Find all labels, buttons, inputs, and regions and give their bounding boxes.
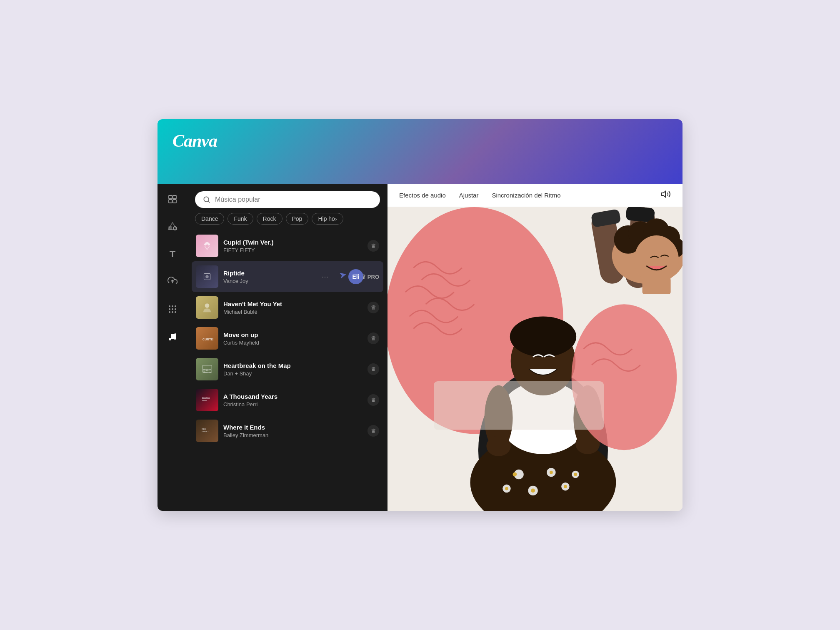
- sidebar-item-text[interactable]: [165, 246, 180, 262]
- svg-rect-4: [169, 227, 172, 230]
- genre-tag-hiphop[interactable]: Hip ho›: [312, 213, 343, 225]
- more-options-icon[interactable]: ⋯: [322, 273, 329, 281]
- music-panel: Dance Funk Rock Pop Hip ho› Cupid (Twin …: [188, 184, 388, 511]
- song-artist: Bailey Zimmerman: [223, 432, 362, 438]
- search-bar[interactable]: [195, 191, 380, 208]
- photo-svg: [388, 207, 682, 511]
- svg-marker-29: [662, 191, 665, 197]
- svg-rect-1: [173, 195, 176, 199]
- song-badge: ♛: [368, 363, 379, 375]
- list-item[interactable]: breakingdawn A Thousand Years Christina …: [192, 385, 383, 415]
- svg-point-63: [486, 436, 510, 456]
- song-info: A Thousand Years Christina Perri: [223, 393, 362, 408]
- toolbar-beat-sync[interactable]: Sincronización del Ritmo: [492, 190, 560, 200]
- sidebar-item-template[interactable]: [165, 191, 180, 207]
- song-badge: ♛: [368, 240, 379, 252]
- svg-rect-3: [173, 200, 176, 203]
- svg-point-17: [204, 197, 209, 202]
- song-artist: Curtis Mayfield: [223, 340, 362, 346]
- list-item[interactable]: Haven't Met You Yet Michael Bublé ♛: [192, 292, 383, 323]
- top-toolbar: Efectos de audio Ajustar Sincronización …: [388, 184, 682, 207]
- svg-point-19: [205, 275, 209, 278]
- song-title: Where It Ends: [223, 424, 362, 431]
- svg-rect-43: [642, 278, 671, 294]
- svg-text:Bigger: Bigger: [203, 368, 211, 371]
- song-info: Heartbreak on the Map Dan + Shay: [223, 362, 362, 377]
- photo-content: [388, 207, 682, 511]
- genre-tag-rock[interactable]: Rock: [257, 213, 282, 225]
- song-info: Where It Ends Bailey Zimmerman: [223, 424, 362, 438]
- toolbar-adjust[interactable]: Ajustar: [459, 190, 479, 200]
- crown-icon: ♛: [368, 332, 379, 344]
- svg-point-7: [172, 305, 173, 307]
- icon-sidebar: [158, 184, 188, 511]
- song-info: Cupid (Twin Ver.) FIFTY FIFTY: [223, 239, 362, 253]
- song-badge: ♛: [368, 332, 379, 344]
- sidebar-item-upload[interactable]: [165, 274, 180, 290]
- svg-point-49: [531, 489, 535, 493]
- svg-text:RELI: RELI: [202, 428, 206, 430]
- list-item[interactable]: Cupid (Twin Ver.) FIFTY FIFTY ♛: [192, 230, 383, 261]
- genre-tag-dance[interactable]: Dance: [195, 213, 224, 225]
- album-art: [196, 235, 218, 257]
- canva-logo: Canva: [172, 131, 217, 151]
- song-title: Move on up: [223, 331, 362, 338]
- header-bar: Canva: [158, 119, 682, 184]
- svg-text:dawn: dawn: [202, 400, 207, 402]
- svg-text:Houses: Houses: [203, 371, 211, 373]
- sidebar-item-music[interactable]: [165, 329, 180, 345]
- content-area: Efectos de audio Ajustar Sincronización …: [388, 184, 682, 511]
- svg-point-15: [169, 338, 171, 340]
- main-area: Dance Funk Rock Pop Hip ho› Cupid (Twin …: [158, 184, 682, 511]
- song-artist: Vance Joy: [223, 278, 349, 284]
- svg-point-11: [175, 308, 176, 310]
- svg-point-53: [564, 485, 567, 488]
- song-list: Cupid (Twin Ver.) FIFTY FIFTY ♛ Riptide …: [188, 230, 388, 511]
- album-art: breakingdawn: [196, 389, 218, 411]
- svg-point-13: [172, 311, 173, 313]
- song-badge: ♛: [368, 302, 379, 313]
- genre-tags: Dance Funk Rock Pop Hip ho›: [188, 213, 388, 230]
- genre-tag-funk[interactable]: Funk: [228, 213, 253, 225]
- svg-text:CURTIS: CURTIS: [202, 338, 213, 341]
- album-art: BiggerHouses: [196, 358, 218, 380]
- user-avatar: Eli: [348, 269, 363, 284]
- song-artist: Dan + Shay: [223, 370, 362, 377]
- list-item[interactable]: BiggerHouses Heartbreak on the Map Dan +…: [192, 354, 383, 385]
- song-title: Cupid (Twin Ver.): [223, 239, 362, 246]
- sidebar-item-elements[interactable]: [165, 219, 180, 235]
- album-art: RELIGIOUSLY: [196, 420, 218, 442]
- svg-rect-66: [434, 381, 604, 430]
- svg-point-10: [172, 308, 173, 310]
- browser-window: Canva: [158, 119, 682, 511]
- svg-text:GIOUSLY: GIOUSLY: [202, 431, 209, 432]
- search-input[interactable]: [215, 196, 372, 203]
- toolbar-audio-effects[interactable]: Efectos de audio: [399, 190, 446, 200]
- list-item[interactable]: Riptide Vance Joy ⋯ ➤ Eli ♛ PRO: [192, 261, 383, 292]
- song-badge: ♛: [368, 394, 379, 406]
- svg-point-42: [634, 235, 679, 284]
- crown-icon: ♛: [368, 425, 379, 437]
- svg-point-8: [175, 305, 176, 307]
- svg-text:breaking: breaking: [202, 397, 210, 399]
- song-title: Haven't Met You Yet: [223, 300, 362, 308]
- song-info: Riptide Vance Joy: [223, 270, 349, 284]
- svg-rect-0: [169, 195, 172, 199]
- svg-point-12: [169, 311, 170, 313]
- list-item[interactable]: RELIGIOUSLY Where It Ends Bailey Zimmerm…: [192, 415, 383, 446]
- svg-point-16: [174, 337, 176, 340]
- album-art: CURTIS: [196, 327, 218, 350]
- genre-tag-pop[interactable]: Pop: [286, 213, 309, 225]
- song-artist: Christina Perri: [223, 401, 362, 408]
- song-title: A Thousand Years: [223, 393, 362, 400]
- svg-point-14: [175, 311, 176, 313]
- crown-icon: ♛: [368, 302, 379, 313]
- list-item[interactable]: CURTIS Move on up Curtis Mayfield ♛: [192, 323, 383, 354]
- svg-rect-2: [169, 200, 172, 203]
- sidebar-item-apps[interactable]: [165, 301, 180, 317]
- svg-point-57: [505, 487, 508, 490]
- song-title: Heartbreak on the Map: [223, 362, 362, 369]
- volume-icon[interactable]: [661, 189, 671, 201]
- album-art: [196, 265, 218, 288]
- song-artist: Michael Bublé: [223, 309, 362, 315]
